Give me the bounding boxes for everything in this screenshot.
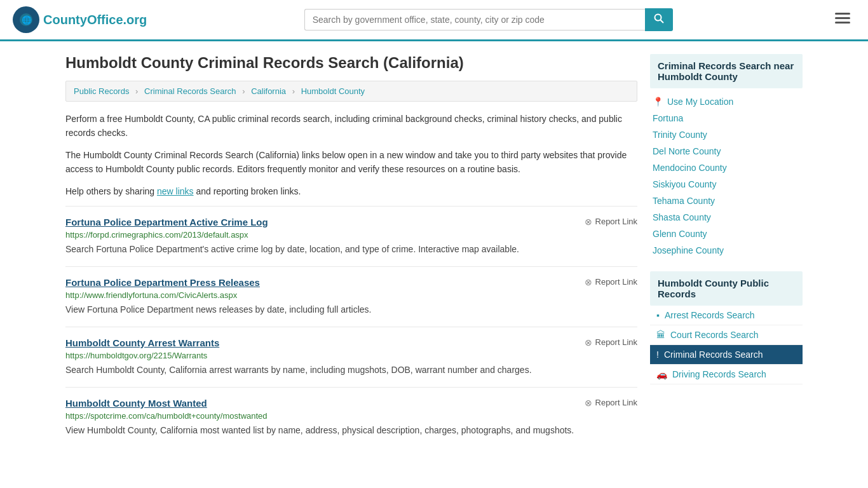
report-link-2[interactable]: ⊗ Report Link: [585, 337, 637, 348]
logo-text: CountyOffice.org: [43, 13, 147, 27]
nearby-link-7[interactable]: Glenn County: [650, 226, 803, 242]
record-desc-2: Search Humboldt County, California arres…: [65, 363, 637, 377]
logo-icon: 🌐: [13, 6, 39, 33]
report-icon-0: ⊗: [585, 217, 592, 227]
new-links-link[interactable]: new links: [157, 186, 194, 196]
nav-icon-2: !: [656, 349, 659, 360]
nearby-link-6[interactable]: Shasta County: [650, 209, 803, 226]
breadcrumb: Public Records › Criminal Records Search…: [65, 81, 637, 102]
nav-icon-1: 🏛: [656, 330, 665, 340]
nearby-link-3[interactable]: Mendocino County: [650, 159, 803, 176]
sidebar-nav-items: ▪Arrest Records Search🏛Court Records Sea…: [650, 306, 803, 384]
record-title-row-3: Humboldt County Most Wanted ⊗ Report Lin…: [65, 398, 637, 409]
nav-icon-0: ▪: [656, 310, 660, 320]
nearby-link-8[interactable]: Josephine County: [650, 242, 803, 259]
record-url-2[interactable]: https://humboldtgov.org/2215/Warrants: [65, 351, 637, 360]
use-my-location-link[interactable]: 📍 Use My Location: [650, 93, 803, 110]
nav-item-1[interactable]: 🏛Court Records Search: [650, 325, 803, 345]
nav-icon-3: 🚗: [656, 369, 667, 379]
record-entry-0: Fortuna Police Department Active Crime L…: [65, 206, 637, 266]
hamburger-icon: [835, 13, 850, 24]
record-entry-1: Fortuna Police Department Press Releases…: [65, 266, 637, 327]
nearby-link-4[interactable]: Siskiyou County: [650, 176, 803, 193]
search-input[interactable]: [304, 9, 645, 30]
search-icon: [654, 13, 664, 24]
description-para1: Perform a free Humboldt County, CA publi…: [65, 112, 637, 140]
svg-text:🌐: 🌐: [22, 15, 32, 25]
records-container: Fortuna Police Department Active Crime L…: [65, 206, 637, 447]
svg-point-3: [654, 15, 661, 21]
record-entry-2: Humboldt County Arrest Warrants ⊗ Report…: [65, 327, 637, 387]
nearby-link-5[interactable]: Tehama County: [650, 193, 803, 209]
record-desc-3: View Humboldt County, California most wa…: [65, 424, 637, 437]
svg-rect-7: [835, 22, 850, 24]
svg-rect-5: [835, 13, 850, 15]
breadcrumb-criminal-records[interactable]: Criminal Records Search: [144, 86, 236, 96]
menu-button[interactable]: [830, 9, 855, 30]
record-title-1[interactable]: Fortuna Police Department Press Releases: [65, 277, 260, 288]
report-icon-1: ⊗: [585, 277, 592, 287]
sidebar-nearby-section: Criminal Records Search near Humboldt Co…: [650, 54, 803, 259]
description-para2: The Humboldt County Criminal Records Sea…: [65, 148, 637, 177]
record-title-row-2: Humboldt County Arrest Warrants ⊗ Report…: [65, 337, 637, 348]
content-area: Humboldt County Criminal Records Search …: [65, 54, 637, 447]
search-area: [304, 8, 673, 31]
record-title-0[interactable]: Fortuna Police Department Active Crime L…: [65, 217, 268, 227]
record-title-row-0: Fortuna Police Department Active Crime L…: [65, 217, 637, 227]
svg-line-4: [660, 20, 663, 24]
breadcrumb-california[interactable]: California: [251, 86, 286, 96]
breadcrumb-public-records[interactable]: Public Records: [74, 86, 129, 96]
nav-item-3[interactable]: 🚗Driving Records Search: [650, 365, 803, 384]
search-button[interactable]: [645, 8, 673, 31]
nearby-links: FortunaTrinity CountyDel Norte CountyMen…: [650, 110, 803, 259]
nav-item-0[interactable]: ▪Arrest Records Search: [650, 306, 803, 325]
logo-name: CountyOffice: [43, 13, 123, 27]
record-title-2[interactable]: Humboldt County Arrest Warrants: [65, 337, 219, 348]
record-title-row-1: Fortuna Police Department Press Releases…: [65, 277, 637, 288]
sidebar-nearby-header: Criminal Records Search near Humboldt Co…: [650, 54, 803, 88]
record-url-0[interactable]: https://forpd.crimegraphics.com/2013/def…: [65, 230, 637, 240]
sidebar-public-records-header: Humboldt County Public Records: [650, 271, 803, 306]
report-link-3[interactable]: ⊗ Report Link: [585, 398, 637, 408]
report-link-1[interactable]: ⊗ Report Link: [585, 277, 637, 287]
logo-suffix: .org: [123, 13, 147, 27]
report-link-0[interactable]: ⊗ Report Link: [585, 217, 637, 227]
sidebar-public-records-section: Humboldt County Public Records ▪Arrest R…: [650, 271, 803, 384]
report-icon-2: ⊗: [585, 337, 592, 348]
svg-rect-6: [835, 17, 850, 19]
main-container: Humboldt County Criminal Records Search …: [53, 41, 815, 460]
record-desc-1: View Fortuna Police Department news rele…: [65, 303, 637, 316]
record-title-3[interactable]: Humboldt County Most Wanted: [65, 398, 207, 409]
location-icon: 📍: [653, 97, 663, 107]
record-desc-0: Search Fortuna Police Department's activ…: [65, 243, 637, 256]
page-title: Humboldt County Criminal Records Search …: [65, 54, 637, 72]
breadcrumb-humboldt-county[interactable]: Humboldt County: [301, 86, 365, 96]
description-para3: Help others by sharing new links and rep…: [65, 184, 637, 198]
nearby-link-0[interactable]: Fortuna: [650, 110, 803, 126]
nearby-link-1[interactable]: Trinity County: [650, 126, 803, 143]
header: 🌐 CountyOffice.org: [0, 0, 868, 41]
logo-area: 🌐 CountyOffice.org: [13, 6, 147, 33]
report-icon-3: ⊗: [585, 398, 592, 408]
record-url-1[interactable]: http://www.friendlyfortuna.com/CivicAler…: [65, 290, 637, 300]
record-url-3[interactable]: https://spotcrime.com/ca/humboldt+county…: [65, 411, 637, 421]
sidebar: Criminal Records Search near Humboldt Co…: [650, 54, 803, 447]
nearby-link-2[interactable]: Del Norte County: [650, 143, 803, 159]
record-entry-3: Humboldt County Most Wanted ⊗ Report Lin…: [65, 387, 637, 447]
nav-item-2[interactable]: !Criminal Records Search: [650, 345, 803, 365]
